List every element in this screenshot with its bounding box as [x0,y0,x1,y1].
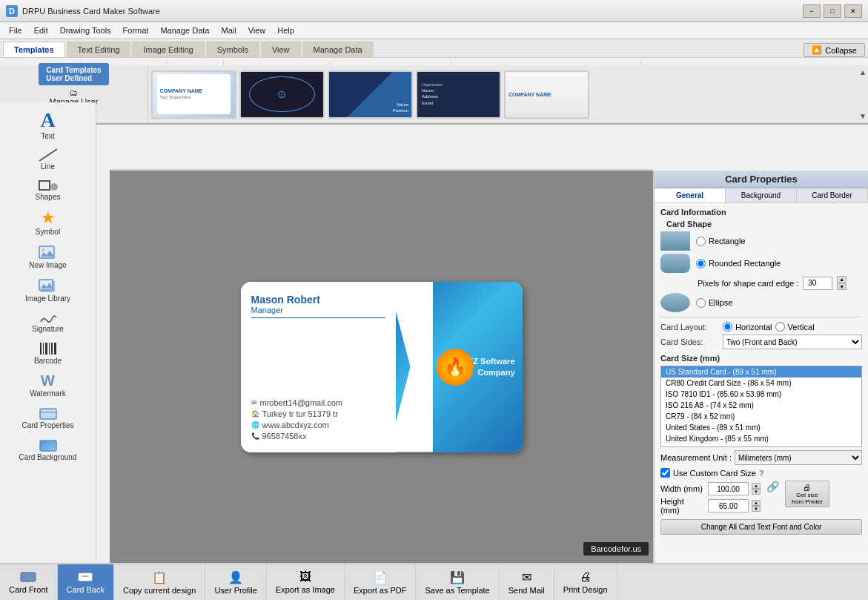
menu-format[interactable]: Format [117,24,155,36]
menu-view[interactable]: View [242,24,272,36]
tab-image-editing[interactable]: Image Editing [132,42,204,57]
radio-rounded-label[interactable]: Rounded Rectangle [696,259,781,268]
card-front-button[interactable]: Card Front [0,564,58,600]
props-tab-card-border[interactable]: Card Border [797,188,868,202]
image-library-tool[interactable]: Image Library [7,274,89,306]
tab-text-editing[interactable]: Text Editing [67,42,131,57]
send-mail-button[interactable]: ✉ Send Mail [500,564,554,600]
export-image-button[interactable]: 🖼 Export as Image [267,564,345,600]
template-thumb-4[interactable]: OrganizationNameAddressEmail [416,70,501,119]
height-input[interactable] [708,499,749,512]
width-input[interactable] [708,482,749,495]
pixels-up[interactable]: ▲ [837,276,847,283]
radio-rect[interactable] [696,237,706,246]
export-pdf-icon: 📄 [373,570,388,584]
size-item-3[interactable]: ISO 216 A8 - (74 x 52 mm) [661,400,861,411]
width-down[interactable]: ▼ [752,489,761,495]
image-library-icon [38,277,59,294]
card-background-tool[interactable]: Card Background [7,434,89,464]
watermark-tool[interactable]: W Watermark [7,369,89,400]
template-thumb-3[interactable]: NamePosition [328,70,413,119]
signature-tool[interactable]: Signature [7,307,89,336]
height-up[interactable]: ▲ [752,500,761,506]
menu-file[interactable]: File [3,24,28,36]
menu-manage-data[interactable]: Manage Data [154,24,215,36]
measurement-select[interactable]: Milimeters (mm) Inches (in) [735,450,862,465]
radio-horiz-label[interactable]: Horizontal [723,322,772,332]
size-item-4[interactable]: CR79 - (84 x 52 mm) [661,411,861,422]
template-thumb-5[interactable]: COMPANY NAME [504,70,589,119]
card-properties-tool[interactable]: Card Properties [7,402,89,432]
change-font-button[interactable]: Change All Card Text Font and Color [660,519,862,535]
text-tool[interactable]: A Text [7,105,89,143]
collapse-button[interactable]: 🔼 Collapse [804,43,865,57]
line-tool[interactable]: Line [7,145,89,174]
size-item-6[interactable]: United Kingdom - (85 x 55 mm) [661,433,861,444]
size-item-0[interactable]: US Standard Card - (89 x 51 mm) [661,366,861,378]
card-size-title: Card Size (mm) [660,354,862,363]
new-image-icon [38,243,59,261]
custom-size-label: Use Custom Card Size [673,469,756,478]
minimize-button[interactable]: − [803,4,821,18]
svg-rect-1 [39,181,50,190]
sides-select[interactable]: Two (Front and Back) One (Front Only) [723,334,862,349]
radio-ellipse-label[interactable]: Ellipse [696,298,732,308]
radio-horizontal[interactable] [723,322,732,332]
help-icon[interactable]: ? [759,469,764,478]
template-thumb-2[interactable]: ⊙ [239,70,325,119]
props-tab-general[interactable]: General [655,188,726,202]
new-image-tool[interactable]: New Image [7,240,89,272]
radio-rect-label[interactable]: Rectangle [696,237,746,246]
flame-circle: 🔥 [437,349,474,386]
radio-rounded[interactable] [696,259,706,268]
pixels-input[interactable] [803,277,832,290]
radio-ellipse[interactable] [696,298,706,308]
menu-drawing-tools[interactable]: Drawing Tools [54,24,117,36]
tab-symbols[interactable]: Symbols [206,42,259,57]
text-label: Text [41,132,54,140]
pixels-down[interactable]: ▼ [837,283,847,290]
barcode-tool[interactable]: Barcode [7,337,89,368]
size-item-7[interactable]: Canada - (89 x 51 mm) [661,444,861,447]
link-icon: 🔗 [766,481,779,492]
width-up[interactable]: ▲ [752,483,761,489]
card-back-button[interactable]: Card Back [58,564,114,600]
size-item-5[interactable]: United States - (89 x 51 mm) [661,422,861,433]
size-item-1[interactable]: CR80 Credit Card Size - (86 x 54 mm) [661,378,861,389]
shapes-tool[interactable]: Shapes [7,175,89,204]
size-item-2[interactable]: ISO 7810 ID1 - (85.60 x 53.98 mm) [661,389,861,400]
signature-label: Signature [32,325,64,333]
barcode-icon [38,340,59,357]
menu-help[interactable]: Help [271,24,300,36]
custom-size-checkbox[interactable] [660,468,670,478]
radio-vertical[interactable] [775,322,785,332]
get-size-label: Get sizefrom Printer [792,492,823,505]
menu-mail[interactable]: Mail [215,24,242,36]
left-panel: A Text Line Shapes ★ Symbol New Image Im… [0,102,96,566]
props-tab-background[interactable]: Background [726,188,797,202]
print-design-button[interactable]: 🖨 Print Design [554,564,617,600]
card-website-row: 🌐 www.abcdxyz.com [251,421,385,429]
export-pdf-button[interactable]: 📄 Export as PDF [345,564,417,600]
card-contact-info: ✉ mrobert14@gmail.com 🏠 Turkey tr tur 51… [251,398,385,441]
card-size-list[interactable]: US Standard Card - (89 x 51 mm) CR80 Cre… [660,366,862,447]
save-template-button[interactable]: 💾 Save as Template [416,564,499,600]
scroll-up-arrow[interactable]: ▲ [859,68,867,76]
height-down[interactable]: ▼ [752,506,761,512]
user-profile-label: User Profile [214,586,256,595]
user-profile-button[interactable]: 👤 User Profile [205,564,266,600]
symbol-tool[interactable]: ★ Symbol [7,205,89,239]
scroll-down-arrow[interactable]: ▼ [859,112,867,120]
radio-vert-label[interactable]: Vertical [775,322,815,332]
tab-templates[interactable]: Templates [3,42,65,57]
copy-design-button[interactable]: 📋 Copy current design [114,564,205,600]
tab-manage-data[interactable]: Manage Data [302,42,374,57]
close-button[interactable]: ✕ [844,4,862,18]
tab-view[interactable]: View [261,42,301,57]
maximize-button[interactable]: □ [824,4,841,18]
card-templates-button[interactable]: Card TemplatesUser Defined [39,63,108,85]
template-thumb-1[interactable]: COMPANY NAMEYour Slogan Here [151,70,236,119]
shape-preview-rounded [660,254,690,273]
menu-edit[interactable]: Edit [28,24,54,36]
get-size-button[interactable]: 🖨 Get sizefrom Printer [785,481,829,507]
